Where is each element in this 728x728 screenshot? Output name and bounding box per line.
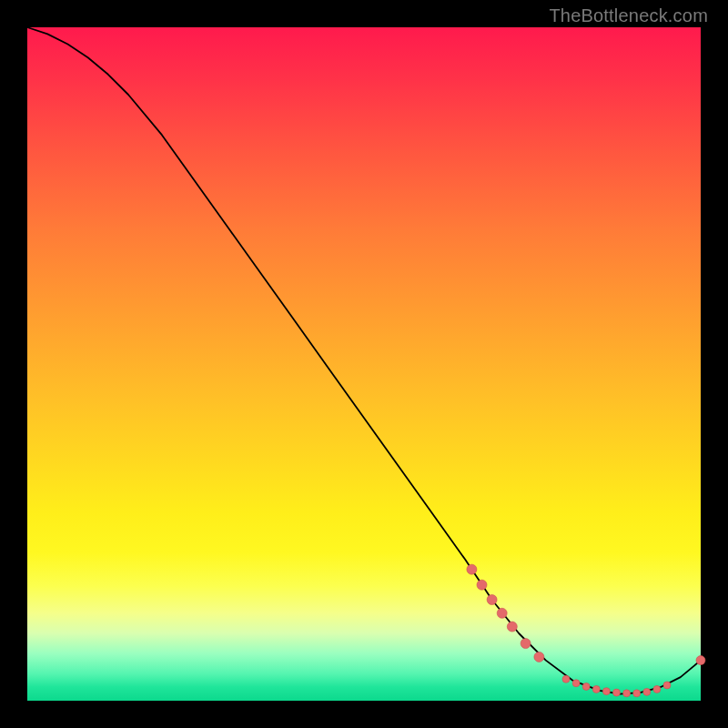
data-point-marker	[653, 685, 661, 693]
watermark-text: TheBottleneck.com	[549, 5, 708, 26]
data-point-marker	[623, 690, 631, 697]
data-point-marker	[562, 675, 570, 682]
chart-svg	[27, 27, 701, 701]
data-point-marker	[663, 682, 671, 689]
data-point-marker	[521, 639, 531, 649]
data-point-marker	[507, 622, 517, 632]
data-point-marker	[696, 656, 705, 665]
data-point-marker	[602, 688, 610, 695]
data-point-marker	[592, 685, 600, 693]
data-point-marker	[582, 682, 590, 690]
data-point-marker	[613, 689, 621, 696]
data-point-marker	[477, 580, 487, 590]
data-point-marker	[643, 688, 651, 695]
data-point-marker	[633, 690, 641, 697]
data-point-marker	[497, 608, 507, 618]
plot-area	[27, 27, 701, 701]
data-point-marker	[487, 595, 497, 605]
data-point-marker	[572, 680, 580, 687]
data-point-marker	[467, 564, 477, 574]
chart-frame: TheBottleneck.com	[0, 0, 728, 728]
data-point-marker	[534, 652, 544, 662]
curve-markers	[467, 564, 705, 697]
bottleneck-curve	[27, 27, 701, 694]
